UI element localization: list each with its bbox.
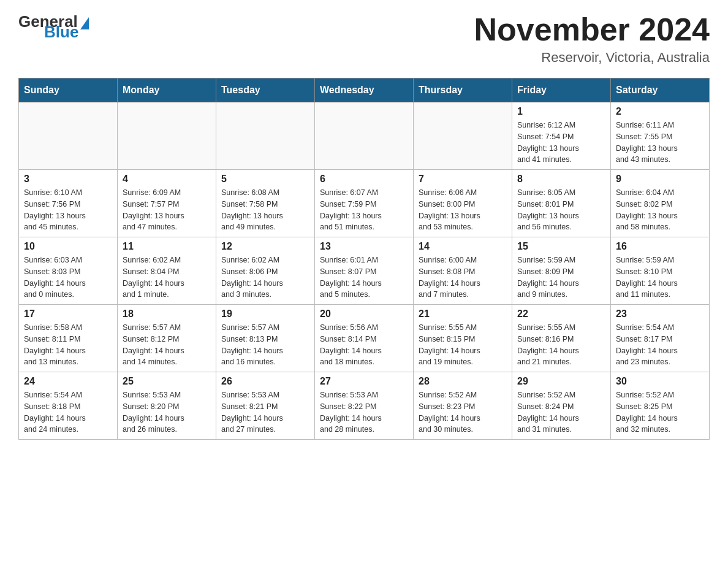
calendar-body: 1Sunrise: 6:12 AMSunset: 7:54 PMDaylight…: [19, 102, 710, 440]
day-number: 10: [24, 241, 112, 252]
weekday-header-saturday: Saturday: [611, 79, 710, 102]
day-info: Sunrise: 5:52 AMSunset: 8:23 PMDaylight:…: [419, 389, 507, 435]
calendar-cell: [216, 102, 315, 170]
day-info: Sunrise: 6:04 AMSunset: 8:02 PMDaylight:…: [616, 187, 704, 233]
day-info: Sunrise: 6:02 AMSunset: 8:06 PMDaylight:…: [221, 255, 309, 301]
day-info: Sunrise: 6:07 AMSunset: 7:59 PMDaylight:…: [320, 187, 408, 233]
day-number: 17: [24, 308, 112, 320]
calendar-cell: 29Sunrise: 5:52 AMSunset: 8:24 PMDayligh…: [512, 372, 611, 440]
location-text: Reservoir, Victoria, Australia: [474, 50, 710, 66]
day-info: Sunrise: 6:12 AMSunset: 7:54 PMDaylight:…: [517, 120, 605, 166]
calendar-header: SundayMondayTuesdayWednesdayThursdayFrid…: [19, 79, 710, 102]
calendar-cell: 13Sunrise: 6:01 AMSunset: 8:07 PMDayligh…: [315, 237, 414, 305]
logo-triangle-icon: [80, 17, 89, 29]
calendar-cell: 24Sunrise: 5:54 AMSunset: 8:18 PMDayligh…: [19, 372, 118, 440]
calendar-week-1: 3Sunrise: 6:10 AMSunset: 7:56 PMDaylight…: [19, 170, 710, 237]
calendar-cell: 2Sunrise: 6:11 AMSunset: 7:55 PMDaylight…: [611, 102, 710, 170]
day-info: Sunrise: 5:59 AMSunset: 8:09 PMDaylight:…: [517, 255, 605, 301]
calendar-cell: 7Sunrise: 6:06 AMSunset: 8:00 PMDaylight…: [414, 170, 512, 237]
day-info: Sunrise: 5:53 AMSunset: 8:22 PMDaylight:…: [320, 389, 408, 435]
day-info: Sunrise: 5:55 AMSunset: 8:16 PMDaylight:…: [517, 322, 605, 368]
day-info: Sunrise: 5:55 AMSunset: 8:15 PMDaylight:…: [419, 322, 507, 368]
day-number: 25: [123, 376, 211, 387]
calendar-cell: 26Sunrise: 5:53 AMSunset: 8:21 PMDayligh…: [216, 372, 315, 440]
day-info: Sunrise: 6:11 AMSunset: 7:55 PMDaylight:…: [616, 120, 704, 166]
day-number: 28: [419, 376, 507, 387]
day-info: Sunrise: 5:58 AMSunset: 8:11 PMDaylight:…: [24, 322, 112, 368]
calendar-cell: 11Sunrise: 6:02 AMSunset: 8:04 PMDayligh…: [118, 237, 216, 305]
calendar-cell: 12Sunrise: 6:02 AMSunset: 8:06 PMDayligh…: [216, 237, 315, 305]
day-number: 13: [320, 241, 408, 252]
calendar-cell: [118, 102, 216, 170]
calendar-cell: 27Sunrise: 5:53 AMSunset: 8:22 PMDayligh…: [315, 372, 414, 440]
calendar-week-3: 17Sunrise: 5:58 AMSunset: 8:11 PMDayligh…: [19, 305, 710, 372]
weekday-header-wednesday: Wednesday: [315, 79, 414, 102]
day-number: 8: [517, 174, 605, 185]
calendar-cell: 22Sunrise: 5:55 AMSunset: 8:16 PMDayligh…: [512, 305, 611, 372]
day-info: Sunrise: 5:52 AMSunset: 8:24 PMDaylight:…: [517, 389, 605, 435]
calendar-cell: 1Sunrise: 6:12 AMSunset: 7:54 PMDaylight…: [512, 102, 611, 170]
logo-blue-text: Blue: [44, 23, 78, 42]
calendar-cell: 6Sunrise: 6:07 AMSunset: 7:59 PMDaylight…: [315, 170, 414, 237]
day-number: 16: [616, 241, 704, 252]
day-number: 18: [123, 308, 211, 320]
calendar-cell: 17Sunrise: 5:58 AMSunset: 8:11 PMDayligh…: [19, 305, 118, 372]
day-info: Sunrise: 5:59 AMSunset: 8:10 PMDaylight:…: [616, 255, 704, 301]
day-number: 27: [320, 376, 408, 387]
calendar-cell: 10Sunrise: 6:03 AMSunset: 8:03 PMDayligh…: [19, 237, 118, 305]
calendar-cell: 18Sunrise: 5:57 AMSunset: 8:12 PMDayligh…: [118, 305, 216, 372]
day-number: 2: [616, 106, 704, 117]
calendar-cell: [19, 102, 118, 170]
day-number: 11: [123, 241, 211, 252]
weekday-header-sunday: Sunday: [19, 79, 118, 102]
calendar-cell: 30Sunrise: 5:52 AMSunset: 8:25 PMDayligh…: [611, 372, 710, 440]
day-info: Sunrise: 5:54 AMSunset: 8:18 PMDaylight:…: [24, 389, 112, 435]
day-number: 3: [24, 174, 112, 185]
calendar-week-2: 10Sunrise: 6:03 AMSunset: 8:03 PMDayligh…: [19, 237, 710, 305]
weekday-header-friday: Friday: [512, 79, 611, 102]
day-info: Sunrise: 5:53 AMSunset: 8:20 PMDaylight:…: [123, 389, 211, 435]
calendar-cell: 20Sunrise: 5:56 AMSunset: 8:14 PMDayligh…: [315, 305, 414, 372]
day-info: Sunrise: 5:54 AMSunset: 8:17 PMDaylight:…: [616, 322, 704, 368]
day-info: Sunrise: 5:57 AMSunset: 8:12 PMDaylight:…: [123, 322, 211, 368]
calendar-cell: 9Sunrise: 6:04 AMSunset: 8:02 PMDaylight…: [611, 170, 710, 237]
calendar-cell: 14Sunrise: 6:00 AMSunset: 8:08 PMDayligh…: [414, 237, 512, 305]
calendar-cell: 4Sunrise: 6:09 AMSunset: 7:57 PMDaylight…: [118, 170, 216, 237]
page-header: General Blue November 2024 Reservoir, Vi…: [18, 12, 710, 66]
day-number: 1: [517, 106, 605, 117]
calendar-week-4: 24Sunrise: 5:54 AMSunset: 8:18 PMDayligh…: [19, 372, 710, 440]
day-info: Sunrise: 6:05 AMSunset: 8:01 PMDaylight:…: [517, 187, 605, 233]
calendar-week-0: 1Sunrise: 6:12 AMSunset: 7:54 PMDaylight…: [19, 102, 710, 170]
calendar-cell: 8Sunrise: 6:05 AMSunset: 8:01 PMDaylight…: [512, 170, 611, 237]
day-info: Sunrise: 5:53 AMSunset: 8:21 PMDaylight:…: [221, 389, 309, 435]
day-info: Sunrise: 6:06 AMSunset: 8:00 PMDaylight:…: [419, 187, 507, 233]
weekday-header-monday: Monday: [118, 79, 216, 102]
day-number: 14: [419, 241, 507, 252]
day-number: 29: [517, 376, 605, 387]
calendar-cell: 15Sunrise: 5:59 AMSunset: 8:09 PMDayligh…: [512, 237, 611, 305]
day-number: 9: [616, 174, 704, 185]
calendar-cell: 16Sunrise: 5:59 AMSunset: 8:10 PMDayligh…: [611, 237, 710, 305]
day-info: Sunrise: 5:57 AMSunset: 8:13 PMDaylight:…: [221, 322, 309, 368]
day-number: 12: [221, 241, 309, 252]
calendar-cell: 19Sunrise: 5:57 AMSunset: 8:13 PMDayligh…: [216, 305, 315, 372]
day-number: 6: [320, 174, 408, 185]
day-number: 4: [123, 174, 211, 185]
day-number: 19: [221, 308, 309, 320]
month-title: November 2024: [474, 12, 710, 47]
day-info: Sunrise: 6:10 AMSunset: 7:56 PMDaylight:…: [24, 187, 112, 233]
title-section: November 2024 Reservoir, Victoria, Austr…: [474, 12, 710, 66]
day-info: Sunrise: 6:01 AMSunset: 8:07 PMDaylight:…: [320, 255, 408, 301]
calendar-cell: 3Sunrise: 6:10 AMSunset: 7:56 PMDaylight…: [19, 170, 118, 237]
calendar-cell: 23Sunrise: 5:54 AMSunset: 8:17 PMDayligh…: [611, 305, 710, 372]
calendar-cell: 28Sunrise: 5:52 AMSunset: 8:23 PMDayligh…: [414, 372, 512, 440]
calendar-table: SundayMondayTuesdayWednesdayThursdayFrid…: [18, 78, 710, 440]
calendar-cell: [414, 102, 512, 170]
day-info: Sunrise: 6:08 AMSunset: 7:58 PMDaylight:…: [221, 187, 309, 233]
day-number: 23: [616, 308, 704, 320]
weekday-header-thursday: Thursday: [414, 79, 512, 102]
day-number: 7: [419, 174, 507, 185]
weekday-header-tuesday: Tuesday: [216, 79, 315, 102]
day-info: Sunrise: 6:03 AMSunset: 8:03 PMDaylight:…: [24, 255, 112, 301]
calendar-cell: 21Sunrise: 5:55 AMSunset: 8:15 PMDayligh…: [414, 305, 512, 372]
